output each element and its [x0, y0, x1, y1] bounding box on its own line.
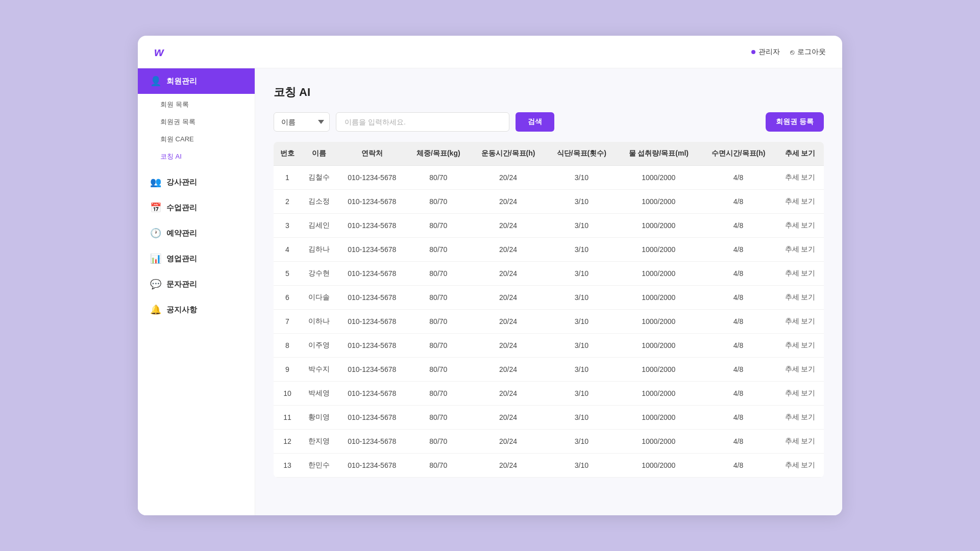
cell-sleep: 4/8	[700, 454, 776, 478]
table-row: 6 이다솔 010-1234-5678 80/70 20/24 3/10 100…	[274, 286, 824, 310]
sidebar-item-membership-list[interactable]: 회원권 목록	[138, 113, 255, 131]
cell-trend[interactable]: 추세 보기	[776, 286, 824, 310]
table-row: 7 이하나 010-1234-5678 80/70 20/24 3/10 100…	[274, 310, 824, 334]
cell-name: 박세영	[301, 382, 337, 406]
table-row: 1 김철수 010-1234-5678 80/70 20/24 3/10 100…	[274, 166, 824, 190]
cell-water: 1000/2000	[617, 382, 700, 406]
notice-icon: 🔔	[150, 304, 161, 315]
table-header-row: 번호 이름 연락처 체중/목표(kg) 운동시간/목표(h) 식단/목표(횟수)…	[274, 142, 824, 166]
cell-trend[interactable]: 추세 보기	[776, 214, 824, 238]
cell-phone: 010-1234-5678	[337, 334, 407, 358]
sidebar-item-sales[interactable]: 📊 영업관리	[138, 246, 255, 271]
cell-water: 1000/2000	[617, 430, 700, 454]
cell-diet: 3/10	[546, 358, 617, 382]
cell-trend[interactable]: 추세 보기	[776, 334, 824, 358]
cell-exercise: 20/24	[470, 334, 546, 358]
col-phone: 연락처	[337, 142, 407, 166]
cell-weight: 80/70	[407, 406, 470, 430]
cell-weight: 80/70	[407, 430, 470, 454]
cell-phone: 010-1234-5678	[337, 406, 407, 430]
cell-trend[interactable]: 추세 보기	[776, 382, 824, 406]
cell-name: 이주영	[301, 334, 337, 358]
cell-exercise: 20/24	[470, 190, 546, 214]
sidebar-item-instructor[interactable]: 👥 강사관리	[138, 169, 255, 195]
sidebar-member-label: 회원관리	[166, 77, 197, 86]
cell-trend[interactable]: 추세 보기	[776, 454, 824, 478]
table-row: 4 김하나 010-1234-5678 80/70 20/24 3/10 100…	[274, 238, 824, 262]
table-row: 11 황미영 010-1234-5678 80/70 20/24 3/10 10…	[274, 406, 824, 430]
cell-diet: 3/10	[546, 454, 617, 478]
cell-trend[interactable]: 추세 보기	[776, 310, 824, 334]
logout-button[interactable]: ⎋ 로그아웃	[790, 47, 826, 57]
sidebar-item-member-care[interactable]: 회원 CARE	[138, 131, 255, 148]
cell-weight: 80/70	[407, 286, 470, 310]
admin-info: 관리자	[751, 47, 780, 57]
cell-name: 김소정	[301, 190, 337, 214]
table-row: 8 이주영 010-1234-5678 80/70 20/24 3/10 100…	[274, 334, 824, 358]
cell-no: 5	[274, 262, 301, 286]
search-input[interactable]	[336, 112, 509, 132]
cell-trend[interactable]: 추세 보기	[776, 262, 824, 286]
cell-phone: 010-1234-5678	[337, 214, 407, 238]
cell-sleep: 4/8	[700, 166, 776, 190]
cell-sleep: 4/8	[700, 382, 776, 406]
main-content: 코칭 AI 이름 연락처 검색 회원권 등록 번호 이름 연락처	[255, 68, 842, 515]
cell-trend[interactable]: 추세 보기	[776, 358, 824, 382]
col-exercise: 운동시간/목표(h)	[470, 142, 546, 166]
cell-diet: 3/10	[546, 238, 617, 262]
cell-water: 1000/2000	[617, 238, 700, 262]
search-select[interactable]: 이름 연락처	[274, 112, 330, 132]
cell-no: 13	[274, 454, 301, 478]
cell-trend[interactable]: 추세 보기	[776, 166, 824, 190]
cell-name: 이하나	[301, 310, 337, 334]
header: w 관리자 ⎋ 로그아웃	[138, 36, 842, 68]
cell-trend[interactable]: 추세 보기	[776, 430, 824, 454]
cell-sleep: 4/8	[700, 430, 776, 454]
member-icon: 👤	[150, 76, 161, 87]
sidebar-message-label: 문자관리	[166, 280, 197, 289]
cell-trend[interactable]: 추세 보기	[776, 190, 824, 214]
search-button[interactable]: 검색	[516, 112, 554, 132]
sidebar-item-reservation[interactable]: 🕐 예약관리	[138, 220, 255, 246]
cell-phone: 010-1234-5678	[337, 190, 407, 214]
cell-name: 황미영	[301, 406, 337, 430]
sidebar-item-class[interactable]: 📅 수업관리	[138, 195, 255, 220]
cell-sleep: 4/8	[700, 190, 776, 214]
logout-icon: ⎋	[790, 48, 794, 56]
cell-weight: 80/70	[407, 166, 470, 190]
cell-no: 2	[274, 190, 301, 214]
cell-exercise: 20/24	[470, 358, 546, 382]
register-button[interactable]: 회원권 등록	[766, 112, 824, 132]
sidebar-item-message[interactable]: 💬 문자관리	[138, 271, 255, 297]
sales-icon: 📊	[150, 253, 161, 264]
cell-diet: 3/10	[546, 334, 617, 358]
cell-phone: 010-1234-5678	[337, 166, 407, 190]
cell-trend[interactable]: 추세 보기	[776, 406, 824, 430]
header-right: 관리자 ⎋ 로그아웃	[751, 47, 826, 57]
data-table: 번호 이름 연락처 체중/목표(kg) 운동시간/목표(h) 식단/목표(횟수)…	[274, 142, 824, 478]
cell-exercise: 20/24	[470, 406, 546, 430]
cell-sleep: 4/8	[700, 286, 776, 310]
col-weight: 체중/목표(kg)	[407, 142, 470, 166]
cell-phone: 010-1234-5678	[337, 430, 407, 454]
cell-diet: 3/10	[546, 262, 617, 286]
sidebar-item-member-list[interactable]: 회원 목록	[138, 96, 255, 113]
cell-no: 9	[274, 358, 301, 382]
cell-no: 6	[274, 286, 301, 310]
sidebar-item-member[interactable]: 👤 회원관리	[138, 68, 255, 94]
cell-trend[interactable]: 추세 보기	[776, 238, 824, 262]
col-sleep: 수면시간/목표(h)	[700, 142, 776, 166]
cell-weight: 80/70	[407, 262, 470, 286]
sidebar-item-notice[interactable]: 🔔 공지사항	[138, 297, 255, 322]
sidebar-item-coaching-ai[interactable]: 코칭 AI	[138, 148, 255, 165]
admin-label: 관리자	[758, 47, 780, 57]
col-trend: 추세 보기	[776, 142, 824, 166]
col-no: 번호	[274, 142, 301, 166]
cell-diet: 3/10	[546, 406, 617, 430]
cell-diet: 3/10	[546, 430, 617, 454]
cell-water: 1000/2000	[617, 286, 700, 310]
cell-no: 8	[274, 334, 301, 358]
cell-sleep: 4/8	[700, 262, 776, 286]
cell-sleep: 4/8	[700, 358, 776, 382]
sidebar-member-subitems: 회원 목록 회원권 목록 회원 CARE 코칭 AI	[138, 94, 255, 169]
